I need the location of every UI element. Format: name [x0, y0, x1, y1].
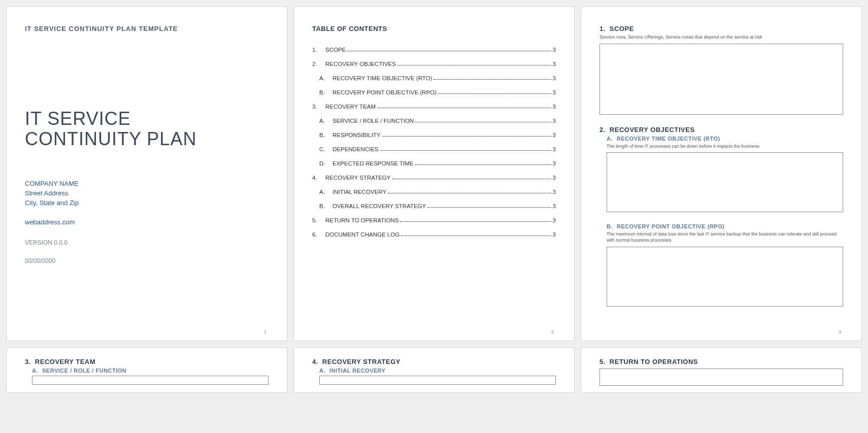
- version-label: VERSION 0.0.0: [25, 239, 269, 246]
- subsection-title: INITIAL RECOVERY: [329, 368, 386, 374]
- section-number: 4.: [312, 358, 318, 365]
- section-number: 5.: [599, 358, 606, 365]
- toc-item-page: 3: [553, 175, 556, 181]
- toc-item-page: 3: [553, 47, 556, 53]
- section-recovery-strategy-heading: 4. RECOVERY STRATEGY: [312, 358, 556, 365]
- toc-item: 3.RECOVERY TEAM3: [312, 104, 556, 110]
- return-operations-input-box[interactable]: [599, 369, 843, 386]
- section-title: RETURN TO OPERATIONS: [610, 358, 698, 365]
- page-1: IT SERVICE CONTINUITY PLAN TEMPLATE IT S…: [6, 6, 287, 341]
- toc-item-page: 3: [553, 189, 556, 195]
- subsection-letter: A.: [319, 368, 325, 374]
- toc-leader-dots: [415, 122, 551, 122]
- toc-item: B.RESPONSIBILITY3: [312, 132, 556, 138]
- toc-item-number: 1.: [312, 47, 320, 53]
- subsection-service-role: A. SERVICE / ROLE / FUNCTION: [25, 368, 269, 385]
- toc-item-label: OVERALL RECOVERY STRATEGY: [332, 203, 426, 209]
- title-line: IT SERVICE: [25, 109, 269, 129]
- page-5: 4. RECOVERY STRATEGY A. INITIAL RECOVERY: [293, 347, 575, 393]
- document-grid: IT SERVICE CONTINUITY PLAN TEMPLATE IT S…: [6, 6, 862, 393]
- subsection-initial-recovery: A. INITIAL RECOVERY: [312, 368, 556, 385]
- toc-item-page: 3: [553, 217, 556, 223]
- toc-leader-dots: [377, 108, 551, 108]
- rto-input-box[interactable]: [607, 152, 843, 212]
- toc-item-number: B.: [319, 132, 327, 138]
- toc-leader-dots: [397, 65, 551, 65]
- toc-item: B.RECOVERY POINT OBJECTIVE (RPO)3: [312, 89, 556, 95]
- toc-item-number: 5.: [312, 217, 320, 223]
- toc-leader-dots: [347, 51, 551, 51]
- toc-item-page: 3: [553, 231, 556, 238]
- page-number: 3: [839, 329, 841, 335]
- toc-item-label: RECOVERY STRATEGY: [325, 175, 390, 181]
- toc-leader-dots: [415, 164, 551, 165]
- section-scope-desc: Service Area, Service Offerings, Service…: [599, 35, 843, 41]
- subsection-initial-recovery-heading: A. INITIAL RECOVERY: [319, 368, 556, 374]
- page-6: 5. RETURN TO OPERATIONS: [581, 347, 862, 393]
- company-block: COMPANY NAME Street Address City, State …: [25, 179, 269, 208]
- toc-item-number: 2.: [312, 61, 320, 67]
- toc-item-number: 3.: [312, 104, 320, 110]
- web-address: webaddress.com: [25, 218, 269, 226]
- subsection-rpo-desc: The maximum interval of data loss since …: [607, 231, 843, 243]
- section-scope-heading: 1. SCOPE: [599, 25, 843, 32]
- section-return-operations-heading: 5. RETURN TO OPERATIONS: [599, 358, 843, 365]
- section-number: 2.: [599, 126, 606, 134]
- page-3: 1. SCOPE Service Area, Service Offerings…: [581, 6, 862, 341]
- toc-leader-dots: [438, 93, 551, 94]
- toc-item-label: RESPONSIBILITY: [332, 132, 381, 138]
- toc-item: 5.RETURN TO OPERATIONS3: [312, 217, 556, 223]
- page-number: 1: [264, 329, 266, 335]
- page-4: 3. RECOVERY TEAM A. SERVICE / ROLE / FUN…: [6, 347, 287, 393]
- toc-item-label: RECOVERY OBJECTIVES: [325, 61, 396, 67]
- toc-item: A.INITIAL RECOVERY3: [312, 189, 556, 195]
- section-title: SCOPE: [610, 25, 634, 32]
- document-title: IT SERVICE CONTINUITY PLAN: [25, 109, 269, 149]
- toc-item-page: 3: [553, 146, 556, 152]
- toc-leader-dots: [400, 221, 551, 222]
- toc-leader-dots: [380, 150, 551, 151]
- toc-item-number: B.: [319, 203, 327, 209]
- toc-item: B.OVERALL RECOVERY STRATEGY3: [312, 203, 556, 209]
- section-recovery-team-heading: 3. RECOVERY TEAM: [25, 358, 269, 365]
- page-2-toc: TABLE OF CONTENTS 1.SCOPE32.RECOVERY OBJ…: [293, 6, 575, 341]
- meta-block: VERSION 0.0.0 00/00/0000: [25, 239, 269, 264]
- toc-item: 1.SCOPE3: [312, 47, 556, 53]
- subsection-service-role-heading: A. SERVICE / ROLE / FUNCTION: [32, 368, 269, 374]
- section-title: RECOVERY STRATEGY: [322, 358, 400, 365]
- toc-leader-dots: [433, 79, 551, 80]
- toc-item-number: A.: [319, 75, 327, 81]
- toc-item: A.RECOVERY TIME OBJECTIVE (RTO)3: [312, 75, 556, 81]
- toc-item-number: D.: [319, 160, 327, 166]
- toc-item-label: EXPECTED RESPONSE TIME: [332, 160, 414, 166]
- toc-item-label: RETURN TO OPERATIONS: [325, 217, 398, 223]
- toc-item-label: INITIAL RECOVERY: [332, 189, 386, 195]
- scope-input-box[interactable]: [599, 44, 843, 115]
- initial-recovery-input-box[interactable]: [319, 376, 556, 385]
- toc-item-label: DEPENDENCIES: [332, 146, 379, 152]
- section-recovery-objectives-heading: 2. RECOVERY OBJECTIVES: [599, 126, 843, 134]
- toc-item-label: SCOPE: [325, 47, 346, 53]
- toc-item: 2.RECOVERY OBJECTIVES3: [312, 61, 556, 67]
- toc-leader-dots: [401, 236, 551, 236]
- toc-item-page: 3: [553, 104, 556, 110]
- date-label: 00/00/0000: [25, 257, 269, 264]
- service-role-input-box[interactable]: [32, 376, 269, 385]
- toc-item-page: 3: [553, 61, 556, 67]
- toc-item-page: 3: [553, 75, 556, 81]
- toc-item-page: 3: [553, 132, 556, 138]
- toc-item: 6.DOCUMENT CHANGE LOG3: [312, 231, 556, 238]
- page-number: 2: [551, 329, 554, 335]
- subsection-rpo-heading: B. RECOVERY POINT OBJECTIVE (RPO): [607, 223, 843, 229]
- toc-item-label: DOCUMENT CHANGE LOG: [325, 231, 399, 238]
- toc-leader-dots: [388, 193, 551, 193]
- rpo-input-box[interactable]: [607, 247, 843, 307]
- toc-list: 1.SCOPE32.RECOVERY OBJECTIVES3A.RECOVERY…: [312, 47, 556, 238]
- toc-item-label: RECOVERY POINT OBJECTIVE (RPO): [332, 89, 437, 95]
- toc-heading: TABLE OF CONTENTS: [312, 25, 556, 32]
- toc-item-page: 3: [553, 118, 556, 124]
- toc-item: D.EXPECTED RESPONSE TIME3: [312, 160, 556, 166]
- toc-item-number: 6.: [312, 231, 320, 238]
- subsection-rto: A. RECOVERY TIME OBJECTIVE (RTO) The len…: [599, 136, 843, 213]
- section-number: 3.: [25, 358, 31, 365]
